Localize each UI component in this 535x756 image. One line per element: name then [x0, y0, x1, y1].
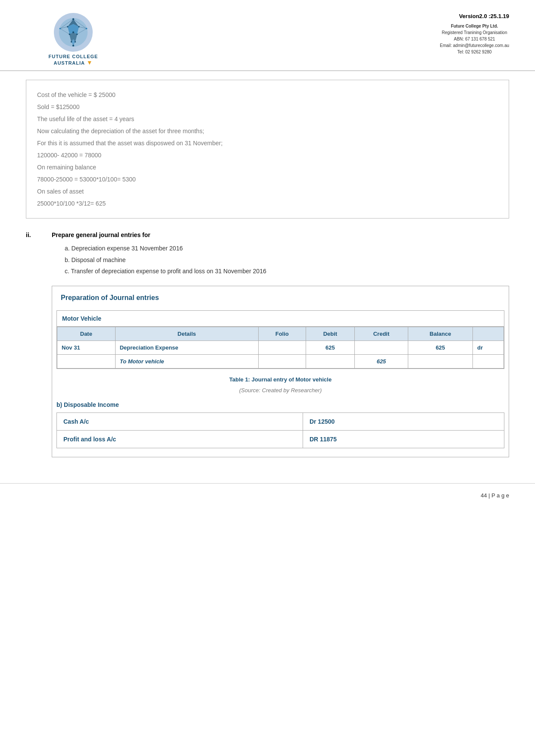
section-num: ii.: [26, 231, 39, 238]
company-abn: ABN: 67 131 678 521: [440, 36, 509, 42]
cell-folio-1: [258, 341, 306, 354]
journal-box: Preparation of Journal entries Motor Veh…: [52, 286, 509, 457]
header-right: Version2.0 :25.1.19 Future College Pty L…: [440, 13, 509, 55]
main-content: Cost of the vehicle = $ 25000 Sold = $12…: [0, 71, 535, 475]
cell-balance-2: [408, 354, 472, 368]
svg-point-19: [71, 41, 72, 43]
motor-vehicle-header: Motor Vehicle: [57, 311, 504, 327]
col-drcr: [473, 327, 504, 341]
profit-label: Profit and loss A/c: [57, 430, 303, 448]
cell-debit-2: [306, 354, 354, 368]
company-name: Future College Pty Ltd.: [440, 23, 509, 29]
svg-point-16: [72, 31, 74, 33]
svg-point-13: [72, 18, 74, 20]
sub-items: a. Depreciation expense 31 November 2016…: [65, 243, 509, 277]
svg-point-15: [78, 26, 80, 28]
info-line-8: 78000-25000 = 53000*10/100= 5300: [37, 173, 498, 185]
sub-item-c: c. Transfer of depreciation expense to p…: [65, 266, 509, 277]
disposable-title: b) Disposable Income: [56, 401, 504, 408]
svg-point-23: [86, 28, 88, 30]
col-details: Details: [115, 327, 258, 341]
svg-point-22: [59, 28, 61, 30]
cash-label: Cash A/c: [57, 412, 303, 430]
section-title: Prepare general journal entries for: [52, 231, 150, 238]
info-line-10: 25000*10/100 *3/12= 625: [37, 197, 498, 209]
table-row: To Motor vehicle 625: [57, 354, 504, 368]
col-folio: Folio: [258, 327, 306, 341]
cell-details-2: To Motor vehicle: [115, 354, 258, 368]
header: FUTURE COLLEGE AUSTRALIA ▼ Version2.0 :2…: [0, 0, 535, 71]
svg-point-18: [76, 34, 78, 35]
cell-credit-1: [355, 341, 408, 354]
cash-value: Dr 12500: [303, 412, 504, 430]
version-label: Version2.0 :25.1.19: [440, 13, 509, 19]
cash-table: Cash A/c Dr 12500 Profit and loss A/c DR…: [56, 412, 504, 448]
table-row: Cash A/c Dr 12500: [57, 412, 504, 430]
motor-vehicle-box: Motor Vehicle Date Details Folio Debit C…: [56, 310, 504, 369]
sub-item-a: a. Depreciation expense 31 November 2016: [65, 243, 509, 254]
col-date: Date: [57, 327, 116, 341]
cell-debit-1: 625: [306, 341, 354, 354]
table-caption: Table 1: Journal entry of Motor vehicle: [52, 374, 509, 385]
info-line-4: Now calculating the depreciation of the …: [37, 125, 498, 137]
section-ii: ii. Prepare general journal entries for …: [26, 231, 509, 277]
motor-vehicle-table: Date Details Folio Debit Credit Balance …: [57, 327, 504, 369]
cell-balance-1: 625: [408, 341, 472, 354]
svg-point-17: [69, 34, 71, 35]
profit-value: DR 11875: [303, 430, 504, 448]
sub-item-b: b. Disposal of machine: [65, 254, 509, 266]
company-tel: Tel: 02 9262 9280: [440, 49, 509, 55]
journal-title: Preparation of Journal entries: [52, 286, 509, 306]
info-line-7: On remaining balance: [37, 161, 498, 173]
company-info: Future College Pty Ltd. Registered Trani…: [440, 23, 509, 55]
logo-area: FUTURE COLLEGE AUSTRALIA ▼: [26, 13, 121, 66]
cell-details-1: Depreciation Expense: [115, 341, 258, 354]
page-number: 44 | P a g e: [481, 492, 509, 499]
table-row: Nov 31 Depreciation Expense 625 625 dr: [57, 341, 504, 354]
table-row: Profit and loss A/c DR 11875: [57, 430, 504, 448]
info-line-1: Cost of the vehicle = $ 25000: [37, 89, 498, 101]
company-sub1: Registered Tranining Organisation: [440, 29, 509, 36]
cell-folio-2: [258, 354, 306, 368]
table-header-row: Date Details Folio Debit Credit Balance: [57, 327, 504, 341]
table-source: (Source: Created by Researcher): [52, 387, 509, 394]
cell-drcrr-1: dr: [473, 341, 504, 354]
info-line-2: Sold = $125000: [37, 101, 498, 113]
section-label: ii. Prepare general journal entries for: [26, 231, 509, 238]
svg-point-14: [67, 26, 69, 28]
info-line-6: 120000- 42000 = 78000: [37, 149, 498, 161]
logo-text: FUTURE COLLEGE AUSTRALIA ▼: [49, 54, 98, 66]
info-box: Cost of the vehicle = $ 25000 Sold = $12…: [26, 80, 509, 219]
info-line-5: For this it is assumed that the asset wa…: [37, 137, 498, 149]
svg-point-21: [72, 44, 74, 46]
svg-point-20: [75, 41, 76, 43]
info-line-9: On sales of asset: [37, 185, 498, 197]
company-email: Email: admin@futurecollege.com.au: [440, 42, 509, 49]
col-credit: Credit: [355, 327, 408, 341]
cell-date-1: Nov 31: [57, 341, 116, 354]
page-footer: 44 | P a g e: [0, 483, 535, 507]
logo-circle: [54, 13, 93, 52]
cell-date-2: [57, 354, 116, 368]
cell-drcrr-2: [473, 354, 504, 368]
col-debit: Debit: [306, 327, 354, 341]
col-balance: Balance: [408, 327, 472, 341]
info-line-3: The useful life of the asset = 4 years: [37, 113, 498, 125]
cell-credit-2: 625: [355, 354, 408, 368]
